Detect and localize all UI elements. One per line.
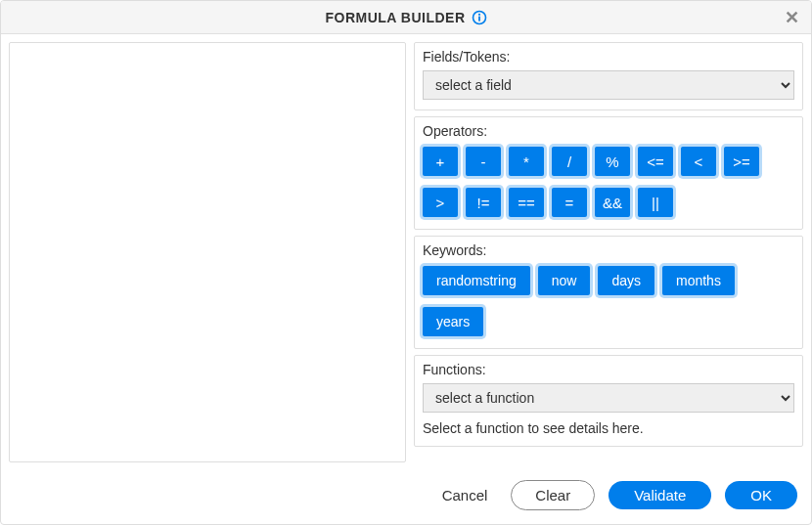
- operators-row: + - * / % <= < >= > != == = && ||: [423, 145, 794, 219]
- ok-button[interactable]: OK: [725, 481, 797, 509]
- dialog-footer: Cancel Clear Validate OK: [1, 470, 811, 524]
- keywords-label: Keywords:: [423, 242, 794, 258]
- operator-assign[interactable]: =: [552, 188, 587, 217]
- operator-lt[interactable]: <: [681, 147, 716, 176]
- cancel-button[interactable]: Cancel: [432, 481, 498, 509]
- info-icon[interactable]: [472, 10, 487, 25]
- keywords-row: randomstring now days months years: [423, 264, 794, 338]
- keyword-randomstring[interactable]: randomstring: [423, 266, 530, 295]
- validate-button[interactable]: Validate: [609, 481, 711, 509]
- operator-multiply[interactable]: *: [509, 147, 544, 176]
- fields-select[interactable]: select a field: [423, 70, 794, 100]
- titlebar: FORMULA BUILDER ✕: [1, 1, 811, 34]
- svg-point-1: [477, 13, 479, 15]
- fields-label: Fields/Tokens:: [423, 49, 794, 65]
- operator-and[interactable]: &&: [595, 188, 630, 217]
- functions-label: Functions:: [423, 362, 794, 377]
- clear-button[interactable]: Clear: [511, 480, 595, 510]
- operator-ne[interactable]: !=: [466, 188, 501, 217]
- keyword-days[interactable]: days: [598, 266, 654, 295]
- operator-gte[interactable]: >=: [724, 147, 759, 176]
- dialog-title: FORMULA BUILDER: [325, 10, 465, 25]
- operator-lte[interactable]: <=: [638, 147, 673, 176]
- close-icon[interactable]: ✕: [785, 9, 800, 26]
- operator-gt[interactable]: >: [423, 188, 458, 217]
- keyword-years[interactable]: years: [423, 307, 483, 336]
- formula-editor[interactable]: [9, 42, 406, 462]
- operator-eqeq[interactable]: ==: [509, 188, 544, 217]
- operator-or[interactable]: ||: [638, 188, 673, 217]
- functions-select[interactable]: select a function: [423, 383, 794, 413]
- keyword-now[interactable]: now: [538, 266, 591, 295]
- formula-builder-dialog: FORMULA BUILDER ✕ Fields/Tokens: select …: [0, 0, 812, 525]
- operator-divide[interactable]: /: [552, 147, 587, 176]
- operators-label: Operators:: [423, 123, 794, 139]
- operator-modulo[interactable]: %: [595, 147, 630, 176]
- svg-rect-2: [478, 16, 480, 21]
- operators-panel: Operators: + - * / % <= < >= > != == = &…: [414, 116, 803, 230]
- keyword-months[interactable]: months: [662, 266, 735, 295]
- functions-panel: Functions: select a function Select a fu…: [414, 355, 803, 447]
- keywords-panel: Keywords: randomstring now days months y…: [414, 236, 803, 349]
- functions-hint: Select a function to see details here.: [423, 420, 794, 436]
- side-panels: Fields/Tokens: select a field Operators:…: [414, 42, 803, 462]
- operator-plus[interactable]: +: [423, 147, 458, 176]
- fields-panel: Fields/Tokens: select a field: [414, 42, 803, 110]
- dialog-body: Fields/Tokens: select a field Operators:…: [1, 34, 811, 470]
- operator-minus[interactable]: -: [466, 147, 501, 176]
